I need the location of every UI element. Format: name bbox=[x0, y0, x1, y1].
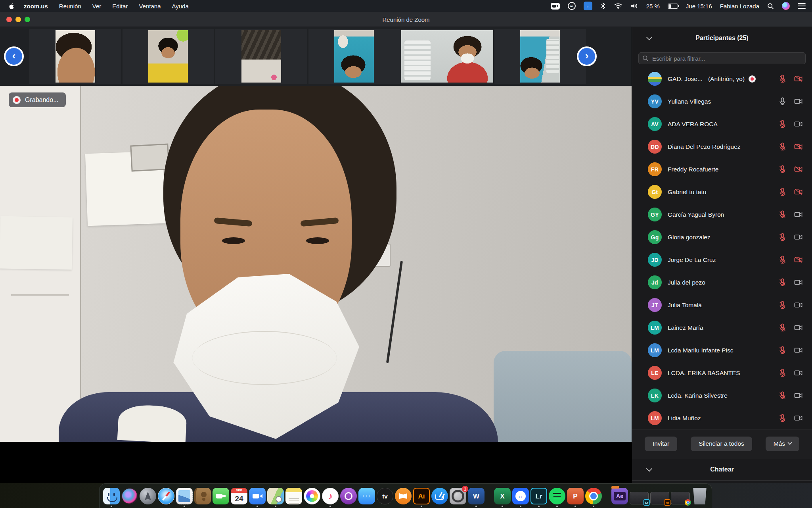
mic-status-icon[interactable] bbox=[777, 97, 787, 106]
menu-editar[interactable]: Editar bbox=[107, 3, 133, 10]
camera-status-icon[interactable] bbox=[793, 368, 803, 378]
participant-row[interactable]: LM Lidia Muñoz bbox=[632, 407, 812, 429]
mic-status-icon[interactable] bbox=[777, 255, 787, 265]
mic-status-icon[interactable] bbox=[777, 119, 787, 129]
camera-status-icon[interactable] bbox=[793, 255, 803, 265]
more-button[interactable]: Más bbox=[766, 437, 799, 451]
mute-all-button[interactable]: Silenciar a todos bbox=[691, 437, 752, 451]
dock-minwin-icon[interactable] bbox=[671, 492, 690, 507]
thumb-6-participant-video[interactable] bbox=[520, 30, 560, 83]
dock-excel-icon[interactable]: X bbox=[494, 488, 511, 507]
camera-status-icon[interactable] bbox=[793, 74, 803, 84]
dock-finder-icon[interactable] bbox=[103, 488, 120, 507]
mic-status-icon[interactable] bbox=[777, 300, 787, 310]
mic-status-icon[interactable] bbox=[777, 278, 787, 287]
collapse-chat-icon[interactable] bbox=[646, 466, 653, 472]
siri-icon[interactable] bbox=[782, 2, 790, 10]
zoom-camera-status-icon[interactable] bbox=[551, 2, 560, 10]
thumb-4-participant-video[interactable] bbox=[334, 30, 374, 83]
mic-status-icon[interactable] bbox=[777, 187, 787, 197]
camera-status-icon[interactable] bbox=[793, 210, 803, 219]
apple-menu-icon[interactable] bbox=[7, 2, 16, 10]
filmstrip-previous-button[interactable]: ‹ bbox=[4, 46, 24, 66]
participant-row[interactable]: DD Diana Del Pezo Rodríguez bbox=[632, 135, 812, 158]
mic-status-icon[interactable] bbox=[777, 391, 787, 400]
participant-row[interactable]: FR Freddy Rocafuerte bbox=[632, 158, 812, 181]
mic-status-icon[interactable] bbox=[777, 323, 787, 333]
mic-status-icon[interactable] bbox=[777, 414, 787, 423]
participant-row[interactable]: AV ADA VERA ROCA bbox=[632, 113, 812, 135]
dock-zoom-icon[interactable] bbox=[249, 488, 266, 507]
mic-status-icon[interactable] bbox=[777, 233, 787, 242]
filter-participants-input[interactable] bbox=[638, 52, 806, 64]
participant-row[interactable]: GY García Yagual Byron bbox=[632, 203, 812, 226]
menu-ayuda[interactable]: Ayuda bbox=[167, 3, 194, 10]
dock-siri-icon[interactable] bbox=[121, 488, 138, 507]
camera-status-icon[interactable] bbox=[793, 346, 803, 355]
dock-chrome-icon[interactable] bbox=[585, 488, 602, 507]
menu-user-name[interactable]: Fabian Lozada bbox=[720, 3, 759, 10]
camera-status-icon[interactable] bbox=[793, 97, 803, 106]
mic-status-icon[interactable] bbox=[777, 74, 787, 84]
menu-clock[interactable]: Jue 15:16 bbox=[686, 3, 712, 10]
dock-spotify-icon[interactable] bbox=[549, 488, 565, 507]
participant-row[interactable]: LE LCDA. ERIKA BASANTES bbox=[632, 362, 812, 384]
dock-appstore-icon[interactable] bbox=[431, 488, 448, 507]
dock-teamviewer-icon[interactable]: ↔ bbox=[512, 488, 529, 507]
dock-launchpad-icon[interactable] bbox=[140, 488, 156, 507]
thumb-5-participant-video[interactable] bbox=[401, 30, 493, 83]
mic-status-icon[interactable] bbox=[777, 165, 787, 174]
wifi-icon[interactable] bbox=[614, 2, 622, 10]
participant-row[interactable]: LM Lcda Marilu Infante Pisc bbox=[632, 339, 812, 362]
mic-status-icon[interactable] bbox=[777, 210, 787, 219]
dock-messages-icon[interactable] bbox=[358, 488, 375, 507]
dock-maps-icon[interactable] bbox=[267, 488, 284, 507]
dock-appletv-icon[interactable]: tv bbox=[377, 488, 393, 507]
creative-cloud-icon[interactable]: ∞ bbox=[568, 2, 576, 10]
menu-ver[interactable]: Ver bbox=[87, 3, 107, 10]
dock-books-icon[interactable] bbox=[395, 488, 412, 507]
dock-minwin-icon[interactable]: Lr bbox=[630, 492, 649, 507]
camera-status-icon[interactable] bbox=[793, 414, 803, 423]
volume-icon[interactable] bbox=[630, 2, 638, 10]
minimize-window-button[interactable] bbox=[15, 17, 21, 22]
camera-status-icon[interactable] bbox=[793, 300, 803, 310]
mic-status-icon[interactable] bbox=[777, 368, 787, 378]
dock-settings-icon[interactable]: 1 bbox=[450, 488, 466, 507]
thumb-3-participant-video[interactable] bbox=[241, 30, 281, 83]
thumb-2-participant-video[interactable] bbox=[148, 30, 188, 83]
dock-contacts-icon[interactable] bbox=[194, 488, 211, 507]
menu-reuni-n[interactable]: Reunión bbox=[54, 3, 87, 10]
participant-row[interactable]: LM Lainez María bbox=[632, 316, 812, 339]
spotlight-search-icon[interactable] bbox=[767, 2, 774, 10]
dock-podcasts-icon[interactable] bbox=[340, 488, 357, 507]
participant-row[interactable]: Gt Gabriel tu tatu bbox=[632, 181, 812, 203]
invite-button[interactable]: Invitar bbox=[645, 437, 677, 451]
participant-row[interactable]: JD Jorge De La Cruz bbox=[632, 248, 812, 271]
filmstrip-next-button[interactable]: › bbox=[577, 46, 597, 66]
menu-ventana[interactable]: Ventana bbox=[133, 3, 166, 10]
participant-row[interactable]: Jd Julia del pezo bbox=[632, 271, 812, 294]
participant-row[interactable]: GAD. Jose... (Anfitrión, yo) bbox=[632, 67, 812, 90]
chat-section-header[interactable]: Chatear bbox=[632, 458, 812, 480]
dock-word-icon[interactable]: W bbox=[468, 488, 485, 507]
dock-notes-icon[interactable] bbox=[285, 488, 302, 507]
dock-illustrator-icon[interactable]: Ai bbox=[413, 488, 430, 507]
dock-safari-icon[interactable] bbox=[158, 488, 174, 507]
camera-status-icon[interactable] bbox=[793, 119, 803, 129]
camera-status-icon[interactable] bbox=[793, 233, 803, 242]
dock-trash-icon[interactable] bbox=[691, 488, 708, 507]
camera-status-icon[interactable] bbox=[793, 278, 803, 287]
dock-facetime-icon[interactable] bbox=[213, 488, 229, 507]
close-window-button[interactable] bbox=[6, 17, 12, 22]
participant-row[interactable]: JT Julia Tomalá bbox=[632, 294, 812, 316]
teamviewer-status-icon[interactable]: ↔ bbox=[584, 2, 592, 10]
camera-status-icon[interactable] bbox=[793, 391, 803, 400]
dock-lightroom-icon[interactable]: Lr bbox=[530, 488, 547, 507]
bluetooth-icon[interactable] bbox=[600, 2, 606, 10]
fullscreen-window-button[interactable] bbox=[25, 17, 30, 22]
dock-ae-folder-icon[interactable]: Ae bbox=[611, 488, 628, 507]
dock-photos-icon[interactable] bbox=[304, 488, 320, 507]
thumb-1-participant-video[interactable] bbox=[56, 30, 95, 83]
dock-powerpoint-icon[interactable]: P bbox=[567, 488, 584, 507]
